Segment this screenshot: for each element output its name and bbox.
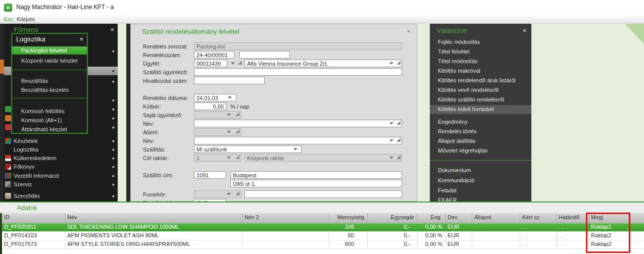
nev-field-1[interactable]: [194, 120, 402, 127]
szallitas-field[interactable]: Mi szállítunk: [194, 145, 302, 153]
sidebar-item-kulkereskedelem[interactable]: Külkereskedelem ►: [4, 154, 118, 163]
close-icon[interactable]: ×: [522, 27, 526, 34]
main-menu-title: Főmenü: [14, 26, 38, 33]
action-item-kitoltes-rendelendo[interactable]: Kitöltés rendelendő áruk listáról: [430, 76, 531, 85]
combo-open-icon[interactable]: [235, 191, 239, 195]
action-item-kitoltes-vevo[interactable]: Kitöltés vevő rendelésről: [430, 86, 531, 95]
sidebar-item-logisztika[interactable]: Logisztika ►: [4, 145, 118, 154]
fuvarkor-name-field[interactable]: [244, 190, 402, 198]
action-item-allapot-atallitas[interactable]: Állapot átállítás: [430, 137, 531, 146]
dropdown-arrow-icon[interactable]: [227, 157, 231, 159]
menu-item-icon: [5, 106, 11, 112]
dropdown-arrow-icon[interactable]: [227, 131, 231, 133]
kotber-field[interactable]: 0,00: [194, 103, 226, 110]
sidebar-item-vezetoi-informacio[interactable]: Vezetői információ ►: [4, 172, 118, 180]
close-icon[interactable]: ×: [407, 27, 411, 35]
column-header-allapot[interactable]: Állapot: [472, 213, 520, 222]
alairo-field[interactable]: [194, 128, 241, 136]
field-label: Aláíró:: [143, 129, 159, 135]
table-row[interactable]: D_PF025911 SDL THICKENING LOW SHAMPOO 10…: [2, 223, 644, 232]
szallito-ugyintezo-field[interactable]: [194, 68, 402, 76]
dropdown-arrow-icon[interactable]: [389, 139, 393, 142]
dropdown-arrow-icon[interactable]: [389, 157, 393, 159]
column-header-id[interactable]: ID: [2, 213, 65, 222]
popup-item-kozponti-raktar-keszlet[interactable]: Központi raktár készlet: [12, 57, 87, 65]
popup-item-komissio-feltoltes[interactable]: Komissió feltöltés: [12, 107, 87, 115]
nev-field-2[interactable]: [194, 137, 402, 144]
close-icon[interactable]: ×: [79, 35, 83, 43]
cel-raktar-code-field[interactable]: 1: [194, 154, 241, 162]
action-item-tetel-modositas[interactable]: Tétel módosítás: [430, 57, 531, 66]
ugyfel-code-field[interactable]: 00011439: [194, 60, 227, 67]
combo-open-icon[interactable]: [235, 155, 239, 159]
column-header-hatarido[interactable]: Határidő: [557, 213, 589, 222]
sidebar-item-fokonyv[interactable]: Főkönyv ►: [4, 163, 118, 171]
fuvarkor-field[interactable]: [194, 190, 241, 198]
popup-item-beszallitas-kezeles[interactable]: Beszállítás-kezelés: [12, 86, 87, 94]
table-row-empty[interactable]: [2, 249, 644, 254]
field-label: Rendelés dátuma:: [143, 95, 188, 101]
column-header-egysegar[interactable]: Egysegár: [368, 213, 418, 222]
table-row[interactable]: D_PF014103 APM PIGMENTS VIOLET ASH 90ML …: [2, 232, 644, 240]
combo-open-icon[interactable]: [397, 61, 401, 65]
szallito-cim-street-field[interactable]: Üllői út 1.: [230, 180, 402, 187]
action-item-kitoltes-szallito[interactable]: Kitöltés szállító rendelésről: [430, 95, 531, 105]
close-icon[interactable]: ×: [110, 26, 114, 33]
sidebar-item-keszletek[interactable]: Készletek ►: [4, 137, 118, 145]
dropdown-arrow-icon[interactable]: [293, 148, 298, 150]
column-header-kert-sz[interactable]: Kért sz.: [520, 213, 557, 222]
column-header-mennyiseg[interactable]: Mennyiség: [329, 213, 368, 222]
supplier-order-form: Szállító rendelésállomány felvétel × Ren…: [130, 24, 417, 201]
hivatkozasi-szam-field[interactable]: [194, 77, 265, 84]
dropdown-arrow-icon[interactable]: [389, 62, 393, 65]
rendeles-sorozat-field[interactable]: Packing-list: [194, 42, 402, 50]
popup-item-beszallitas[interactable]: Beszállítás: [12, 77, 87, 85]
popup-item-komissio-alt1[interactable]: Komissió (Alt+1): [12, 116, 87, 124]
action-item-kitoltes-makroval[interactable]: Kitöltés makróval: [430, 67, 531, 76]
action-item-kommunikacio[interactable]: Kommunikáció: [430, 176, 531, 185]
column-header-eng[interactable]: Eng.: [418, 213, 445, 222]
field-label: Név:: [143, 121, 155, 127]
field-label: Kötbér:: [143, 104, 161, 110]
action-item-tetel-felvetel[interactable]: Tétel felvétel: [430, 47, 531, 57]
ugyfel-name-field[interactable]: Alfa Vienna Insurance Group Zrt.: [244, 60, 402, 67]
dropdown-arrow-icon[interactable]: [231, 62, 235, 65]
dropdown-arrow-icon[interactable]: [228, 96, 232, 99]
combo-open-icon[interactable]: [397, 155, 401, 159]
column-header-nev[interactable]: Név: [65, 213, 242, 222]
action-item-ekaer[interactable]: EKAER: [430, 196, 531, 201]
popup-item-packinglist-felvetel[interactable]: Packinglist felvétel: [12, 46, 87, 55]
column-header-nev2[interactable]: Név 2: [242, 213, 329, 222]
combo-open-icon[interactable]: [235, 112, 239, 116]
dropdown-arrow-icon[interactable]: [389, 122, 393, 125]
dropdown-arrow-icon[interactable]: [227, 193, 231, 195]
combo-open-icon[interactable]: [397, 121, 401, 125]
szallito-cim-zip-field[interactable]: 1091: [194, 171, 226, 179]
cel-raktar-name-field[interactable]: Központi raktár: [244, 154, 402, 162]
sidebar-item-szerzodes[interactable]: Szerződés ►: [4, 192, 118, 200]
submenu-arrow-icon: ►: [112, 139, 116, 143]
action-panel: Válasszon × Fejléc módosítás Tétel felvé…: [430, 24, 531, 201]
action-item-muvelet-vegrehajtas[interactable]: Művelet végrehajtás: [430, 146, 531, 156]
column-header-dev[interactable]: Dev: [445, 213, 472, 222]
action-item-kitoltes-kulso-forrasbol[interactable]: Kitöltés külső forrásból: [430, 105, 531, 114]
dropdown-arrow-icon[interactable]: [227, 114, 231, 116]
szallito-cim-city-field[interactable]: Budapest: [230, 171, 402, 179]
left-edge-strip: [0, 24, 4, 201]
table-row[interactable]: D_PF017573 APM STYLE STORIES ORIG.HAIRSP…: [2, 240, 644, 249]
combo-open-icon[interactable]: [238, 61, 242, 65]
sajat-ugyintezo-field[interactable]: [194, 111, 241, 119]
rendelesszam-field[interactable]: 24-40/00001: [194, 51, 234, 59]
action-panel-title: Válasszon: [437, 27, 467, 34]
rendelesszam-field-2[interactable]: [239, 51, 290, 59]
popup-item-attarolhato-keszlet[interactable]: Áttárolható készlet: [12, 125, 87, 133]
combo-open-icon[interactable]: [235, 129, 239, 133]
exit-menu-item[interactable]: Kilépés: [17, 16, 35, 22]
action-item-rendeles-torles[interactable]: Rendelés törlés: [430, 127, 531, 136]
action-item-feladat[interactable]: Feladat: [430, 186, 531, 195]
action-item-dokumentum[interactable]: Dokumentum: [430, 166, 531, 175]
sidebar-item-szerviz[interactable]: Szerviz ►: [4, 180, 118, 189]
action-item-fejlec-modositas[interactable]: Fejléc módosítás: [430, 38, 531, 47]
action-item-engedmeny[interactable]: Engedmény: [430, 118, 531, 127]
combo-open-icon[interactable]: [397, 138, 401, 142]
